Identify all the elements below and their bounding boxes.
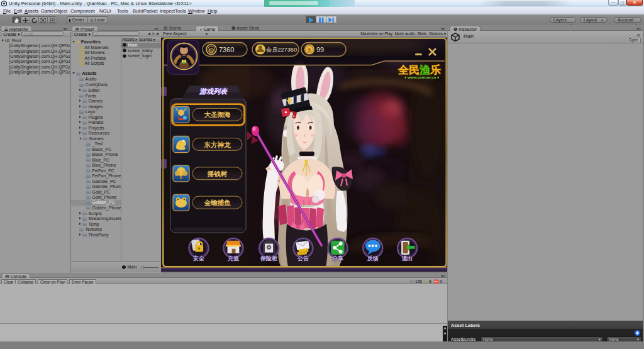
svg-text:渔: 渔 (419, 64, 430, 76)
svg-text:东方神龙: 东方神龙 (204, 140, 231, 148)
svg-text:充值: 充值 (227, 255, 240, 262)
svg-text:游戏列表: 游戏列表 (199, 87, 228, 95)
svg-text:全民: 全民 (397, 64, 419, 75)
svg-text:金蟾捕鱼: 金蟾捕鱼 (204, 199, 231, 206)
svg-text:反馈: 反馈 (367, 255, 379, 262)
svg-text:分享: 分享 (331, 255, 343, 262)
svg-text:保险柜: 保险柜 (260, 255, 277, 262)
svg-text:99: 99 (316, 45, 324, 53)
svg-text:退出: 退出 (402, 255, 413, 262)
svg-text:7360: 7360 (219, 45, 234, 53)
svg-text:$: $ (308, 47, 311, 53)
svg-text:● www.qstnow.cn ●: ● www.qstnow.cn ● (404, 75, 440, 79)
svg-text:乐: 乐 (430, 64, 441, 75)
svg-text:ID: ID (209, 47, 214, 52)
svg-text:会员227360: 会员227360 (266, 47, 297, 53)
svg-text:安全: 安全 (192, 255, 205, 262)
svg-text:摇钱树: 摇钱树 (207, 169, 228, 177)
svg-text:公告: 公告 (297, 255, 309, 262)
svg-text:大圣闹海: 大圣闹海 (204, 111, 231, 118)
